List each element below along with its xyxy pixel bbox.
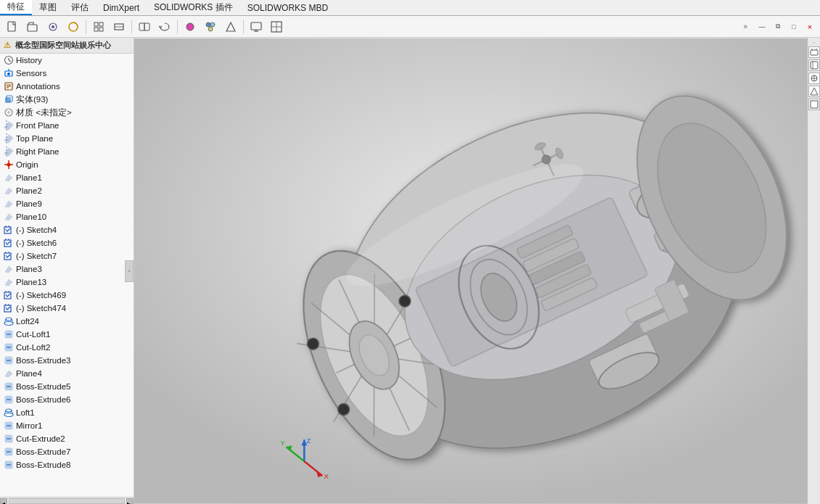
toolbar-btn-4[interactable] [64, 17, 83, 36]
sketch-icon [3, 224, 15, 236]
toolbar-btn-new[interactable] [3, 17, 22, 36]
toolbar-btn-material[interactable] [181, 17, 200, 36]
tree-item-plane4[interactable]: Plane4 [0, 367, 134, 380]
hscroll-left[interactable]: ◂ [0, 498, 7, 504]
tree-item-label: Loft1 [16, 408, 35, 417]
toolbar-btn-window[interactable] [267, 17, 286, 36]
hscroll-right[interactable]: ▸ [126, 498, 134, 504]
svg-marker-48 [5, 188, 12, 194]
tree-item-plane1[interactable]: Plane1 [0, 171, 134, 184]
tree-item-right-plane[interactable]: Right Plane [0, 145, 134, 158]
tree-item-loft1[interactable]: Loft1 [0, 406, 134, 419]
menu-item-dimxpert[interactable]: DimXpert [96, 0, 147, 15]
svg-marker-60 [5, 266, 12, 273]
svg-marker-49 [5, 201, 12, 207]
win-close[interactable]: × [803, 20, 817, 33]
svg-rect-51 [4, 227, 11, 234]
tree-item-label: Cut-Extrude2 [16, 434, 65, 443]
toolbar-btn-view2[interactable] [110, 17, 128, 36]
svg-rect-54 [4, 240, 11, 247]
tree-item-plane13[interactable]: Plane13 [0, 276, 134, 289]
tree-item-boss-extrude8[interactable]: Boss-Extrude8 [0, 458, 134, 471]
svg-rect-88 [7, 425, 11, 426]
svg-marker-42 [4, 148, 13, 156]
svg-rect-62 [4, 292, 11, 299]
svg-marker-50 [5, 214, 12, 220]
svg-rect-8 [99, 28, 103, 31]
toolbar-btn-open[interactable] [23, 17, 42, 36]
toolbar-btn-3[interactable] [44, 17, 62, 36]
svg-rect-80 [7, 386, 11, 387]
tree-item-sensors[interactable]: Sensors [0, 67, 134, 80]
tree-item-sketch4[interactable]: (-) Sketch4 [0, 223, 134, 236]
tree-item-plane2[interactable]: Plane2 [0, 184, 134, 197]
toolbar-btn-view1[interactable] [89, 17, 108, 36]
toolbar-btn-section[interactable] [135, 17, 154, 36]
menu-item-evaluate[interactable]: 评估 [64, 0, 96, 15]
svg-point-16 [208, 27, 213, 31]
tree-item-solid[interactable]: 实体(93) [0, 93, 134, 106]
toolbar-btn-screen[interactable] [247, 17, 266, 36]
menu-item-sketch[interactable]: 草图 [32, 0, 64, 15]
right-strip-top-spacer [813, 42, 815, 44]
svg-point-46 [7, 163, 11, 167]
win-minimize[interactable]: — [755, 20, 769, 33]
tree-hscrollbar[interactable]: ◂ ▸ [0, 497, 134, 504]
svg-point-69 [4, 322, 13, 326]
menu-item-features[interactable]: 特征 [0, 0, 32, 15]
tree-item-sketch6[interactable]: (-) Sketch6 [0, 236, 134, 249]
win-maximize[interactable]: □ [787, 20, 801, 33]
tree-item-label: (-) Sketch469 [16, 291, 66, 299]
tree-item-annotations[interactable]: Annotations [0, 80, 134, 93]
tree-item-plane9[interactable]: Plane9 [0, 197, 134, 210]
tree-item-top-plane[interactable]: Top Plane [0, 132, 134, 145]
tree-item-sketch7[interactable]: (-) Sketch7 [0, 249, 134, 263]
panel-collapse-btn[interactable]: › [125, 260, 134, 282]
plane-icon [3, 133, 15, 144]
feature-icon [3, 355, 15, 366]
tree-item-boss-extrude3[interactable]: Boss-Extrude3 [0, 354, 134, 367]
tree-item-history[interactable]: History [0, 54, 134, 67]
win-restore[interactable]: ⧉ [771, 20, 785, 33]
hscroll-track[interactable] [9, 498, 125, 504]
annotation-icon [3, 80, 15, 92]
right-strip-btn-3[interactable] [808, 73, 820, 84]
sketch-icon [3, 237, 15, 249]
toolbar-btn-5[interactable] [221, 17, 240, 36]
tree-item-boss-extrude5[interactable]: Boss-Extrude5 [0, 380, 134, 393]
svg-rect-156 [811, 50, 818, 55]
tree-item-front-plane[interactable]: Front Plane [0, 119, 134, 132]
tree-item-sketch469[interactable]: (-) Sketch469 [0, 289, 134, 302]
tree-item-label: Plane1 [16, 173, 42, 182]
tree-header: ⚠ 概念型国际空间站娱乐中心 [0, 38, 134, 54]
toolbar-btn-render[interactable] [201, 17, 220, 36]
tree-item-mirror1[interactable]: Mirror1 [0, 419, 134, 432]
tree-item-plane3[interactable]: Plane3 [0, 263, 134, 276]
tree-item-label: Cut-Loft2 [16, 343, 50, 352]
toolbar-expand-btn[interactable]: » [740, 21, 750, 32]
right-strip-btn-2[interactable] [808, 59, 820, 71]
svg-rect-7 [94, 28, 98, 31]
right-strip-btn-1[interactable] [808, 46, 820, 58]
menu-item-sw-mbd[interactable]: SOLIDWORKS MBD [240, 0, 335, 15]
tree-item-material[interactable]: 材质 <未指定> [0, 106, 134, 119]
tree-item-boss-extrude7[interactable]: Boss-Extrude7 [0, 445, 134, 458]
tree-item-loft24[interactable]: Loft24 [0, 315, 134, 328]
tree-item-cut-loft1[interactable]: Cut-Loft1 [0, 328, 134, 341]
toolbar-separator-4 [243, 20, 244, 34]
tree-item-cut-extrude2[interactable]: Cut-Extrude2 [0, 432, 134, 445]
tree-item-label: 材质 <未指定> [16, 107, 72, 118]
tree-item-label: Boss-Extrude3 [16, 356, 70, 365]
left-panel: ⚠ 概念型国际空间站娱乐中心 History Sensors Annotatio… [0, 38, 134, 504]
tree-item-origin[interactable]: Origin [0, 158, 134, 171]
feature-tree[interactable]: History Sensors Annotations 实体(93) 材质 <未… [0, 54, 134, 497]
toolbar-btn-rotate[interactable] [155, 17, 174, 36]
right-strip-btn-5[interactable] [808, 99, 820, 110]
viewport[interactable]: Z Y X [134, 38, 807, 504]
menu-item-sw-plugins[interactable]: SOLIDWORKS 插件 [147, 0, 240, 15]
tree-item-boss-extrude6[interactable]: Boss-Extrude6 [0, 393, 134, 406]
tree-item-plane10[interactable]: Plane10 [0, 210, 134, 223]
right-strip-btn-4[interactable] [808, 86, 820, 97]
tree-item-cut-loft2[interactable]: Cut-Loft2 [0, 341, 134, 354]
tree-item-sketch474[interactable]: (-) Sketch474 [0, 302, 134, 315]
